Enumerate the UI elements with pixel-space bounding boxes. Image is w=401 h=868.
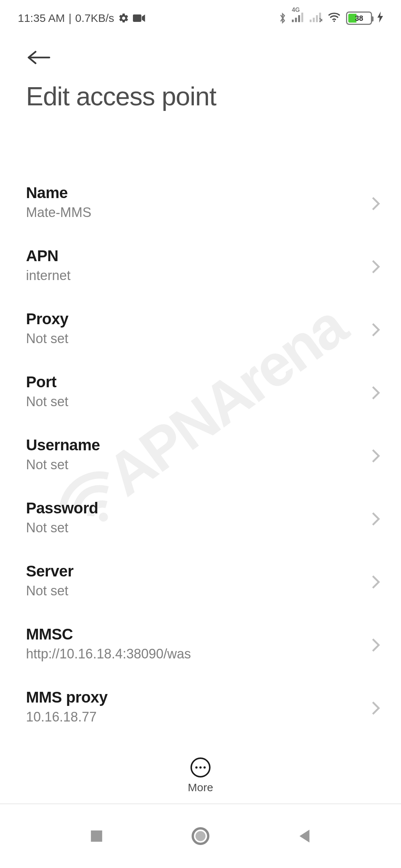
svg-rect-1 bbox=[292, 19, 294, 22]
svg-rect-7 bbox=[316, 15, 318, 22]
row-label: Name bbox=[26, 184, 371, 202]
chevron-right-icon bbox=[371, 322, 382, 334]
navigation-bar bbox=[0, 803, 401, 868]
row-value: http://10.16.18.4:38090/was bbox=[26, 646, 371, 662]
recents-button[interactable] bbox=[85, 824, 108, 848]
row-value: internet bbox=[26, 268, 371, 283]
row-label: Server bbox=[26, 562, 371, 580]
app-bar bbox=[0, 30, 401, 78]
svg-rect-6 bbox=[313, 17, 315, 22]
signal-1-icon: 4G bbox=[292, 12, 304, 25]
gear-icon bbox=[118, 13, 129, 24]
row-label: Password bbox=[26, 499, 371, 517]
chevron-right-icon bbox=[371, 575, 382, 586]
home-button[interactable] bbox=[189, 824, 212, 848]
camera-icon bbox=[133, 14, 146, 23]
svg-rect-4 bbox=[301, 13, 303, 22]
row-label: Proxy bbox=[26, 310, 371, 328]
row-mms-proxy[interactable]: MMS proxy 10.16.18.77 bbox=[0, 675, 401, 738]
svg-point-10 bbox=[333, 20, 335, 22]
row-label: MMS proxy bbox=[26, 688, 371, 706]
more-label: More bbox=[188, 781, 213, 794]
row-password[interactable]: Password Not set bbox=[0, 486, 401, 549]
page-title: Edit access point bbox=[0, 78, 401, 126]
more-icon bbox=[190, 757, 211, 777]
chevron-right-icon bbox=[371, 259, 382, 271]
svg-rect-0 bbox=[133, 14, 141, 22]
status-right: 4G ✕ 38 bbox=[278, 11, 383, 25]
row-server[interactable]: Server Not set bbox=[0, 549, 401, 612]
battery-percent: 38 bbox=[347, 14, 371, 23]
row-value: Mate-MMS bbox=[26, 205, 371, 220]
chevron-right-icon bbox=[371, 448, 382, 460]
row-mmsc[interactable]: MMSC http://10.16.18.4:38090/was bbox=[0, 612, 401, 675]
chevron-right-icon bbox=[371, 638, 382, 650]
battery-icon: 38 bbox=[346, 11, 372, 25]
row-proxy[interactable]: Proxy Not set bbox=[0, 297, 401, 360]
back-button[interactable] bbox=[26, 45, 52, 70]
svg-rect-13 bbox=[91, 831, 102, 842]
back-nav-button[interactable] bbox=[293, 824, 316, 848]
svg-point-15 bbox=[195, 831, 205, 841]
charging-bolt-icon bbox=[377, 11, 383, 25]
circle-icon bbox=[191, 827, 210, 845]
triangle-left-icon bbox=[298, 828, 311, 844]
svg-rect-5 bbox=[310, 19, 312, 22]
row-value: 10.16.18.77 bbox=[26, 709, 371, 725]
settings-list[interactable]: Name Mate-MMS APN internet Proxy Not set… bbox=[0, 163, 401, 748]
chevron-right-icon bbox=[371, 385, 382, 397]
row-label: Username bbox=[26, 436, 371, 454]
arrow-left-icon bbox=[27, 49, 50, 66]
more-button[interactable]: More bbox=[0, 748, 401, 803]
row-value: Not set bbox=[26, 331, 371, 346]
wifi-icon bbox=[327, 11, 341, 25]
svg-text:✕: ✕ bbox=[319, 16, 322, 22]
square-icon bbox=[89, 829, 104, 843]
status-time: 11:35 AM bbox=[18, 12, 65, 24]
svg-rect-3 bbox=[298, 15, 300, 22]
row-label: MMSC bbox=[26, 625, 371, 643]
row-username[interactable]: Username Not set bbox=[0, 423, 401, 486]
row-label: APN bbox=[26, 247, 371, 265]
row-label: Port bbox=[26, 373, 371, 391]
status-bar: 11:35 AM | 0.7KB/s 4G ✕ 38 bbox=[0, 0, 401, 30]
network-type: 4G bbox=[292, 7, 300, 13]
row-port[interactable]: Port Not set bbox=[0, 360, 401, 423]
row-name[interactable]: Name Mate-MMS bbox=[0, 171, 401, 234]
row-value: Not set bbox=[26, 457, 371, 473]
chevron-right-icon bbox=[371, 512, 382, 523]
bluetooth-icon bbox=[278, 12, 287, 24]
row-value: Not set bbox=[26, 394, 371, 410]
row-value: Not set bbox=[26, 520, 371, 536]
chevron-right-icon bbox=[371, 701, 382, 713]
svg-rect-2 bbox=[295, 17, 297, 22]
status-speed: 0.7KB/s bbox=[75, 12, 114, 24]
status-left: 11:35 AM | 0.7KB/s bbox=[18, 12, 146, 24]
row-value: Not set bbox=[26, 583, 371, 599]
status-sep: | bbox=[69, 12, 72, 24]
row-apn[interactable]: APN internet bbox=[0, 234, 401, 297]
signal-2-icon: ✕ bbox=[310, 12, 322, 25]
chevron-right-icon bbox=[371, 196, 382, 208]
